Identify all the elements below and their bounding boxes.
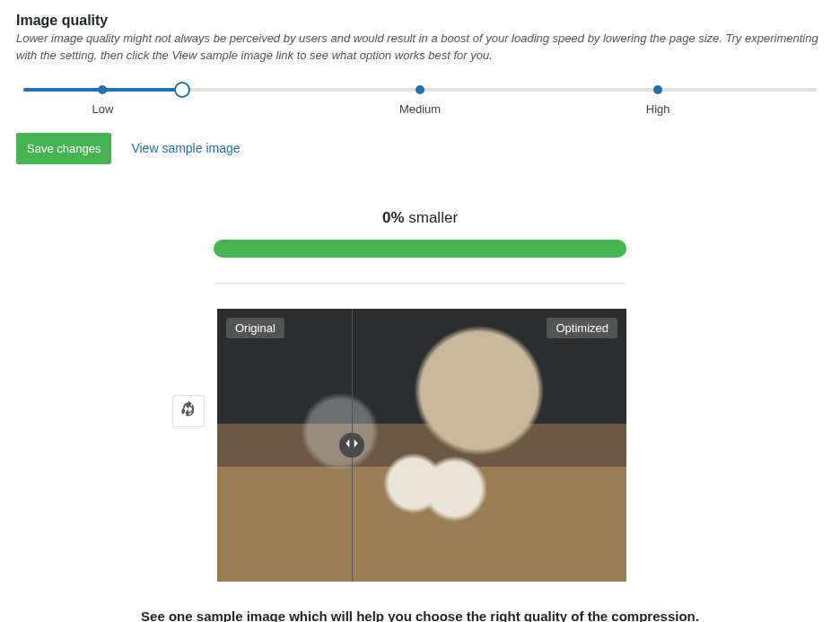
original-badge: Original: [226, 318, 284, 338]
result-suffix: smaller: [405, 209, 459, 226]
image-comparison[interactable]: Original Optimized: [217, 309, 626, 582]
sample-image: [217, 309, 626, 582]
slider-labels: Low Medium High: [23, 102, 817, 117]
slider-handle[interactable]: [174, 82, 190, 98]
slider-track: [23, 88, 817, 92]
quality-slider[interactable]: Low Medium High: [23, 88, 817, 117]
result-text: 0% smaller: [214, 209, 626, 227]
slider-stop-medium[interactable]: [416, 85, 424, 94]
slider-label-high: High: [646, 102, 670, 116]
view-sample-link[interactable]: View sample image: [131, 141, 240, 155]
divider: [214, 283, 626, 284]
progress-bar: [214, 240, 626, 258]
result-percent: 0%: [382, 209, 405, 226]
slider-label-medium: Medium: [399, 102, 441, 116]
footer-hint: See one sample image which will help you…: [16, 609, 824, 622]
optimized-badge: Optimized: [547, 318, 617, 338]
reset-button[interactable]: [172, 395, 205, 427]
slider-stop-high[interactable]: [653, 85, 662, 94]
section-description: Lower image quality might not always be …: [16, 31, 824, 65]
rotate-icon: [180, 401, 197, 420]
slider-stop-low[interactable]: [98, 85, 107, 94]
slider-label-low: Low: [92, 102, 113, 116]
comparison-drag-handle[interactable]: [339, 433, 364, 458]
save-button[interactable]: Save changes: [16, 133, 111, 164]
section-title: Image quality: [16, 13, 824, 29]
drag-horizontal-icon: [345, 436, 359, 454]
